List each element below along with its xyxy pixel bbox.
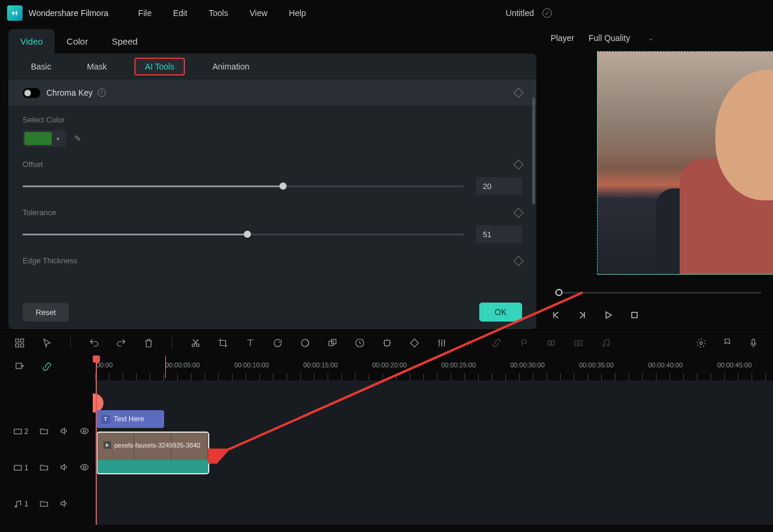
subtab-basic[interactable]: Basic — [23, 58, 59, 75]
marker-icon[interactable] — [722, 338, 733, 348]
svg-point-23 — [83, 430, 86, 432]
undo-icon[interactable] — [89, 338, 99, 348]
mark-out-icon[interactable] — [546, 338, 557, 348]
svg-point-25 — [83, 466, 86, 468]
mute-icon[interactable] — [59, 499, 69, 510]
ruler-mark: 00:00:45:00 — [717, 361, 752, 369]
settings-icon[interactable] — [696, 338, 706, 348]
video-clip[interactable]: pexels-fauxels-3249935-3840 — [96, 432, 209, 474]
crop-icon[interactable] — [218, 338, 228, 348]
chroma-key-label: Chroma Key — [46, 88, 93, 97]
rotate-icon[interactable] — [272, 338, 283, 348]
preview-frame[interactable] — [597, 51, 773, 275]
scrub-thumb[interactable] — [555, 289, 563, 296]
offset-label: Offset — [23, 160, 515, 169]
menu-edit[interactable]: Edit — [173, 8, 187, 18]
mute-icon[interactable] — [59, 462, 69, 474]
color-picker[interactable]: ▾ — [23, 130, 66, 147]
panel-scrollbar[interactable] — [532, 97, 535, 204]
render-icon[interactable] — [573, 338, 584, 348]
mute-icon[interactable] — [59, 426, 69, 437]
keyframe-icon[interactable] — [514, 256, 524, 266]
track-area[interactable]: 00:0000:00:05:0000:00:10:0000:00:15:0000… — [95, 355, 773, 525]
tolerance-slider[interactable] — [23, 234, 464, 235]
ruler-mark: 00:00:35:00 — [579, 361, 614, 369]
svg-rect-8 — [329, 341, 334, 346]
top-bar: Wondershare Filmora File Edit Tools View… — [0, 0, 773, 26]
offset-slider[interactable] — [23, 185, 464, 187]
layout-icon[interactable] — [14, 338, 25, 348]
group-icon[interactable] — [327, 338, 338, 348]
svg-rect-22 — [14, 429, 21, 434]
add-track-icon[interactable] — [14, 361, 25, 374]
menu-help[interactable]: Help — [289, 8, 306, 18]
subtab-animation[interactable]: Animation — [204, 58, 257, 75]
help-icon[interactable]: ? — [98, 89, 106, 97]
menu-tools[interactable]: Tools — [209, 8, 228, 18]
cut-icon[interactable] — [190, 338, 201, 348]
text-icon[interactable] — [245, 338, 256, 348]
keyframe-icon[interactable] — [514, 207, 524, 218]
ruler-mark: 00:00:30:00 — [510, 361, 545, 369]
music-icon[interactable] — [601, 338, 611, 348]
preview-viewport[interactable] — [542, 50, 773, 284]
color-match-icon[interactable] — [300, 338, 310, 348]
player-panel: Player Full Quality ⌄ — [542, 26, 773, 329]
chroma-key-toggle[interactable] — [23, 88, 40, 98]
audio-sync-icon[interactable] — [464, 338, 475, 348]
tab-color[interactable]: Color — [55, 29, 100, 53]
snap-icon[interactable] — [382, 338, 392, 348]
tab-video[interactable]: Video — [8, 29, 55, 53]
adjust-icon[interactable] — [436, 338, 447, 348]
eyedropper-icon[interactable]: ✎ — [74, 134, 81, 143]
select-tool-icon[interactable] — [42, 338, 52, 348]
svg-rect-2 — [21, 339, 24, 342]
redo-icon[interactable] — [116, 338, 127, 348]
offset-value[interactable]: 20 — [476, 177, 522, 195]
timeline-ruler[interactable]: 00:0000:00:05:0000:00:10:0000:00:15:0000… — [95, 355, 773, 380]
mark-in-icon[interactable] — [519, 338, 529, 348]
next-frame-button[interactable] — [577, 310, 587, 320]
play-button[interactable] — [603, 310, 614, 320]
visibility-icon[interactable] — [80, 426, 89, 437]
speed-icon[interactable] — [354, 338, 365, 348]
menu-bar: File Edit Tools View Help — [138, 8, 306, 18]
subtab-mask[interactable]: Mask — [78, 58, 115, 75]
ruler-mark: 00:00:15:00 — [303, 361, 338, 369]
prev-frame-button[interactable] — [551, 310, 561, 320]
reset-button[interactable]: Reset — [23, 303, 69, 322]
tolerance-value[interactable]: 51 — [476, 225, 522, 243]
svg-rect-0 — [632, 313, 637, 318]
svg-rect-9 — [332, 339, 337, 344]
tab-speed[interactable]: Speed — [100, 29, 149, 53]
svg-rect-14 — [575, 340, 582, 345]
mic-icon[interactable] — [748, 338, 759, 348]
svg-rect-20 — [752, 339, 755, 344]
quality-select[interactable]: Full Quality ⌄ — [583, 31, 659, 45]
folder-icon[interactable] — [39, 499, 49, 510]
keyframe-tool-icon[interactable] — [409, 338, 420, 348]
ruler-mark: 00:00:10:00 — [234, 361, 269, 369]
subtab-ai-tools[interactable]: AI Tools — [134, 58, 186, 75]
ok-button[interactable]: OK — [479, 303, 522, 322]
keyframe-icon[interactable] — [514, 88, 524, 98]
playhead[interactable] — [96, 355, 97, 525]
player-label: Player — [551, 33, 574, 43]
folder-icon[interactable] — [39, 462, 49, 474]
text-clip-icon: T — [101, 415, 110, 424]
folder-icon[interactable] — [39, 426, 49, 437]
menu-view[interactable]: View — [250, 8, 268, 18]
svg-rect-13 — [552, 341, 555, 345]
track-v2-header: 2 — [0, 415, 95, 448]
menu-file[interactable]: File — [138, 8, 152, 18]
keyframe-icon[interactable] — [514, 159, 524, 169]
stop-button[interactable] — [629, 310, 640, 320]
text-clip[interactable]: T Text Here — [96, 410, 164, 428]
link-toggle-icon[interactable] — [42, 361, 52, 374]
track-v1-header: 1 — [0, 448, 95, 487]
visibility-icon[interactable] — [80, 462, 89, 474]
playback-scrubber[interactable] — [554, 292, 761, 294]
link-icon[interactable] — [491, 338, 502, 348]
track-a1-header: 1 — [0, 487, 95, 521]
delete-icon[interactable] — [143, 338, 154, 348]
